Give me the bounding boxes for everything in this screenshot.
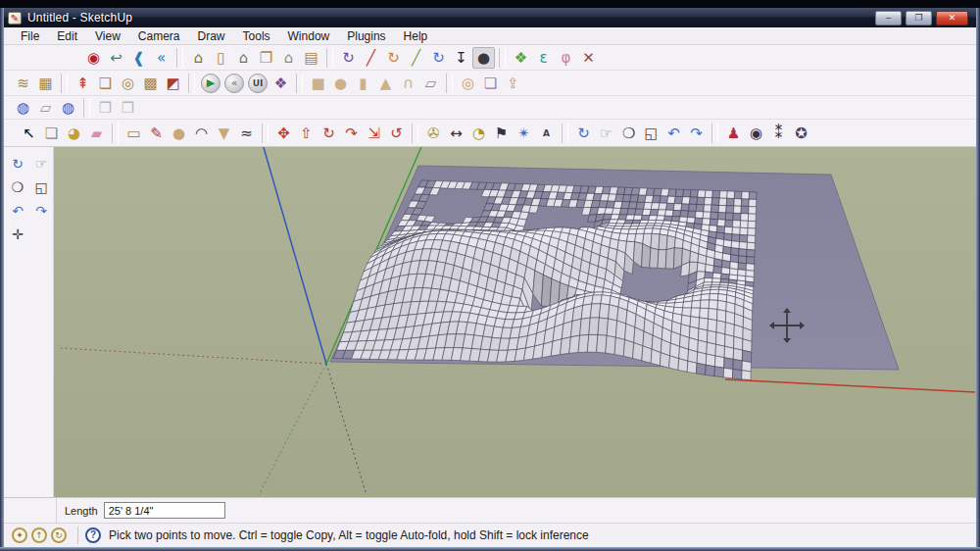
rewind-view-icon[interactable]: «	[150, 47, 172, 69]
menu-help[interactable]: Help	[395, 28, 437, 44]
red-line-icon[interactable]: ╱	[360, 47, 382, 69]
dome-box-icon[interactable]: ❏	[479, 73, 502, 94]
menu-view[interactable]: View	[86, 28, 129, 44]
3d-text-tool-icon[interactable]: A	[535, 123, 558, 144]
freehand-tool-icon[interactable]: ≈	[235, 123, 258, 144]
get-models-icon[interactable]: ❒	[94, 97, 117, 119]
add-detail-icon[interactable]: ▩	[139, 73, 162, 94]
rotate-tool-icon[interactable]: ↻	[318, 123, 340, 144]
terrain-from-scratch-icon[interactable]: ▦	[34, 73, 57, 94]
zoom-tool-icon[interactable]: ❍	[617, 123, 640, 144]
text-tool-icon[interactable]: ⚑	[490, 123, 513, 144]
make-component-icon[interactable]: ❏	[40, 123, 63, 144]
viewport-canvas[interactable]	[54, 147, 976, 497]
menu-file[interactable]: File	[12, 28, 48, 44]
roof-box-icon[interactable]: ▤	[300, 47, 322, 69]
status-credit-icon[interactable]: ↻	[51, 527, 67, 543]
capsule-shape-icon[interactable]: ∩	[397, 73, 419, 94]
pink-pin-icon[interactable]: φ	[555, 47, 577, 69]
toggle-terrain-icon[interactable]: ▱	[34, 97, 57, 119]
zoom-previous-icon[interactable]: ↶	[7, 200, 28, 221]
green-solid-icon[interactable]: ❖	[510, 47, 532, 69]
orbit-tool-icon[interactable]: ↻	[7, 153, 28, 174]
plugins-box-icon[interactable]: ❖	[270, 73, 292, 94]
orbit-tool-icon[interactable]: ↻	[572, 123, 595, 144]
look-around-icon[interactable]: ◉	[745, 123, 767, 144]
push-pull-tool-icon[interactable]: ⇧	[295, 123, 318, 144]
sphere-shape-icon[interactable]: ●	[329, 73, 352, 94]
plumb-bob-icon[interactable]: ↧	[450, 47, 472, 69]
select-tool-icon[interactable]: ↖	[18, 123, 40, 144]
rectangle-tool-icon[interactable]: ▭	[122, 123, 145, 144]
status-geo-icon[interactable]: ↑	[31, 527, 47, 543]
length-input[interactable]	[104, 502, 225, 519]
pan-tool-icon[interactable]: ☞	[595, 123, 617, 144]
walk-icon[interactable]: ⁑	[767, 123, 790, 144]
pan-tool-icon[interactable]: ☞	[30, 153, 52, 174]
teal-spring-icon[interactable]: ε	[532, 47, 555, 69]
ui-button-icon[interactable]: UI	[248, 74, 268, 93]
eraser-tool-icon[interactable]: ▰	[85, 123, 108, 144]
flip-edge-icon[interactable]: ◩	[162, 73, 184, 94]
protractor-tool-icon[interactable]: ◔	[467, 123, 490, 144]
menu-draw[interactable]: Draw	[189, 28, 234, 44]
torus-shape-icon[interactable]: ◎	[457, 73, 479, 94]
sync-purple-icon[interactable]: ↻	[337, 47, 360, 69]
rewind-button-icon[interactable]: «	[224, 74, 244, 93]
play-button-icon[interactable]: ▶	[201, 74, 220, 93]
share-model-icon[interactable]: ❒	[117, 97, 139, 119]
zoom-window-icon[interactable]: ◱	[30, 176, 52, 197]
zoom-tool-icon[interactable]: ❍	[7, 176, 28, 197]
arc-tool-icon[interactable]: ◠	[190, 123, 213, 144]
sync-blue-icon[interactable]: ↻	[427, 47, 450, 69]
undo-arrow-icon[interactable]: ↩	[105, 47, 127, 69]
polygon-tool-icon[interactable]: ▼	[213, 123, 235, 144]
move-tool-icon[interactable]: ✥	[272, 123, 295, 144]
green-line-icon[interactable]: ╱	[405, 47, 427, 69]
axes-tool-icon[interactable]: ✴	[513, 123, 535, 144]
menu-window[interactable]: Window	[279, 28, 339, 44]
place-model-icon[interactable]: ◍	[57, 97, 79, 119]
geo-get-view-icon[interactable]: ◍	[12, 97, 34, 119]
zoom-window-icon[interactable]: ◱	[640, 123, 662, 144]
box-shape-icon[interactable]: ■	[307, 73, 329, 94]
minimize-button[interactable]: –	[875, 11, 902, 25]
paint-bucket-icon[interactable]: ◕	[63, 123, 85, 144]
follow-me-tool-icon[interactable]: ↷	[340, 123, 363, 144]
scale-tool-icon[interactable]: ⇲	[363, 123, 385, 144]
rotate-orange-icon[interactable]: ↻	[382, 47, 405, 69]
menu-camera[interactable]: Camera	[129, 28, 189, 44]
menu-plugins[interactable]: Plugins	[338, 28, 394, 44]
menu-edit[interactable]: Edit	[48, 28, 86, 44]
house-outline2-icon[interactable]: ⌂	[277, 47, 300, 69]
tape-measure-icon[interactable]: ✇	[422, 123, 445, 144]
record-icon[interactable]: ◉	[82, 47, 105, 69]
stamp-icon[interactable]: ❑	[94, 73, 117, 94]
menu-tools[interactable]: Tools	[234, 28, 279, 44]
house-outline-icon[interactable]: ⌂	[232, 47, 255, 69]
house-box-icon[interactable]: ❐	[255, 47, 277, 69]
dome-arrow-icon[interactable]: ⇪	[502, 73, 524, 94]
wall-panel-icon[interactable]: ▯	[210, 47, 232, 69]
terrain-from-contours-icon[interactable]: ≋	[12, 73, 34, 94]
close-button[interactable]: ✕	[936, 11, 968, 25]
zoom-next-icon[interactable]: ↷	[30, 200, 52, 221]
zoom-next-icon[interactable]: ↷	[685, 123, 708, 144]
dimension-tool-icon[interactable]: ↔	[445, 123, 467, 144]
line-tool-icon[interactable]: ✎	[145, 123, 168, 144]
offset-tool-icon[interactable]: ↺	[385, 123, 408, 144]
dark-sphere-icon[interactable]: ●	[472, 47, 495, 69]
previous-view-icon[interactable]: ❰	[127, 47, 150, 69]
status-hint-icon[interactable]: ✦	[12, 527, 27, 543]
circle-tool-icon[interactable]: ●	[168, 123, 190, 144]
drape-icon[interactable]: ◎	[117, 73, 139, 94]
smoove-icon[interactable]: ⇞	[72, 73, 94, 94]
cylinder-shape-icon[interactable]: ▮	[352, 73, 374, 94]
cone-shape-icon[interactable]: ▲	[374, 73, 397, 94]
maximize-button[interactable]: ❐	[906, 11, 932, 25]
red-x-icon[interactable]: ✕	[577, 47, 600, 69]
position-camera-icon[interactable]: ♟	[722, 123, 745, 144]
help-icon[interactable]: ?	[85, 527, 101, 543]
zoom-extents-icon[interactable]: ✛	[7, 224, 28, 244]
plane-shape-icon[interactable]: ▱	[419, 73, 442, 94]
